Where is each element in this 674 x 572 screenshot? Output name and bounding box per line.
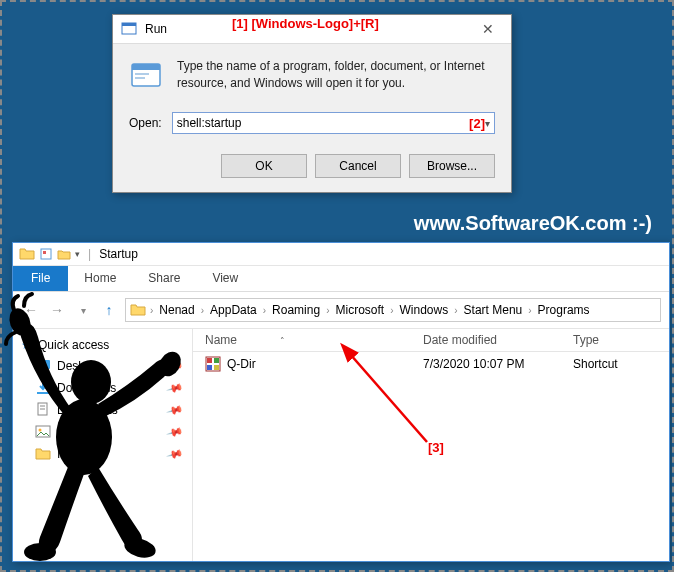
svg-rect-1 — [122, 23, 136, 26]
star-icon: ★ — [21, 338, 32, 352]
pin-icon: 📌 — [166, 423, 185, 441]
annotation-3: [3] — [428, 440, 444, 455]
nav-recent-chevron-icon[interactable]: ▾ — [73, 300, 93, 320]
svg-rect-8 — [36, 360, 50, 369]
tab-view[interactable]: View — [196, 266, 254, 291]
column-headers: Name ˄ Date modified Type — [193, 329, 669, 352]
folder-icon — [19, 246, 35, 262]
breadcrumb-item[interactable]: Windows — [396, 303, 453, 317]
file-row[interactable]: Q-Dir 7/3/2020 10:07 PM Shortcut — [193, 352, 669, 376]
sidebar-item-downloads[interactable]: Downloads 📌 — [13, 377, 192, 399]
col-header-type[interactable]: Type — [573, 333, 669, 347]
pictures-icon — [35, 424, 51, 440]
open-combobox[interactable]: [2] ▾ — [172, 112, 495, 134]
explorer-titlebar: ▾ | Startup — [13, 243, 669, 266]
breadcrumb-folder-icon — [130, 302, 146, 318]
svg-rect-7 — [43, 251, 46, 254]
breadcrumb-item[interactable]: Microsoft — [331, 303, 388, 317]
sidebar-label: Quick access — [38, 338, 109, 352]
svg-rect-9 — [40, 370, 46, 372]
desktop-icon — [35, 358, 51, 374]
svg-rect-5 — [135, 77, 145, 79]
explorer-window: ▾ | Startup File Home Share View ← → ▾ ↑… — [12, 242, 670, 562]
nav-forward-icon[interactable]: → — [47, 300, 67, 320]
tab-file[interactable]: File — [13, 266, 68, 291]
nav-up-icon[interactable]: ↑ — [99, 300, 119, 320]
sort-caret-icon: ˄ — [280, 336, 285, 346]
breadcrumb-item[interactable]: Nenad — [155, 303, 198, 317]
breadcrumb-sep: › — [150, 305, 153, 316]
breadcrumb-item[interactable]: AppData — [206, 303, 261, 317]
annotation-2: [2] — [469, 116, 485, 131]
watermark-text: www.SoftwareOK.com :-) — [414, 212, 652, 235]
pin-icon: 📌 — [166, 357, 185, 375]
sidebar-item-documents[interactable]: Documents 📌 — [13, 399, 192, 421]
run-description: Type the name of a program, folder, docu… — [177, 58, 495, 94]
open-input[interactable] — [177, 116, 461, 130]
tab-home[interactable]: Home — [68, 266, 132, 291]
open-label: Open: — [129, 116, 162, 130]
sidebar-item-label: ISE — [57, 447, 76, 461]
sidebar-item-desktop[interactable]: Desktop 📌 — [13, 355, 192, 377]
breadcrumb-item[interactable]: Programs — [534, 303, 594, 317]
nav-bar: ← → ▾ ↑ › Nenad› AppData› Roaming› Micro… — [13, 292, 669, 329]
sidebar-item-pictures[interactable]: Pictures 📌 — [13, 421, 192, 443]
qat-properties-icon[interactable] — [39, 247, 53, 261]
file-name: Q-Dir — [227, 357, 256, 371]
svg-rect-4 — [135, 73, 149, 75]
sidebar-quick-access[interactable]: ★ Quick access — [13, 335, 192, 355]
svg-point-15 — [39, 429, 42, 432]
sidebar-item-ise[interactable]: ISE 📌 — [13, 443, 192, 465]
sidebar-item-label: Downloads — [57, 381, 116, 395]
documents-icon — [35, 402, 51, 418]
chevron-down-icon[interactable]: ▾ — [485, 118, 490, 129]
sidebar: ★ Quick access Desktop 📌 Downloads 📌 Doc… — [13, 329, 193, 561]
qat-newfolder-icon[interactable] — [57, 247, 71, 261]
file-type: Shortcut — [573, 357, 669, 371]
col-header-name[interactable]: Name ˄ — [193, 333, 423, 347]
col-header-date[interactable]: Date modified — [423, 333, 573, 347]
breadcrumb-item[interactable]: Roaming — [268, 303, 324, 317]
sidebar-item-label: Pictures — [57, 425, 100, 439]
svg-rect-10 — [37, 392, 49, 394]
svg-rect-17 — [207, 358, 212, 363]
browse-button[interactable]: Browse... — [409, 154, 495, 178]
sidebar-item-label: Documents — [57, 403, 118, 417]
svg-rect-19 — [207, 365, 212, 370]
ok-button[interactable]: OK — [221, 154, 307, 178]
folder-icon — [35, 446, 51, 462]
svg-rect-18 — [214, 358, 219, 363]
svg-rect-20 — [214, 365, 219, 370]
file-date: 7/3/2020 10:07 PM — [423, 357, 573, 371]
close-icon[interactable]: ✕ — [473, 21, 503, 37]
sidebar-item-label: Desktop — [57, 359, 101, 373]
window-title: Startup — [99, 247, 138, 261]
shortcut-icon — [205, 356, 221, 372]
run-big-icon — [129, 58, 165, 94]
pin-icon: 📌 — [166, 401, 185, 419]
run-icon — [121, 21, 137, 37]
breadcrumb-item[interactable]: Start Menu — [460, 303, 527, 317]
downloads-icon — [35, 380, 51, 396]
breadcrumb[interactable]: › Nenad› AppData› Roaming› Microsoft› Wi… — [125, 298, 661, 322]
ribbon-tabs: File Home Share View — [13, 266, 669, 292]
cancel-button[interactable]: Cancel — [315, 154, 401, 178]
pin-icon: 📌 — [166, 379, 185, 397]
nav-back-icon[interactable]: ← — [21, 300, 41, 320]
run-dialog: Run ✕ Type the name of a program, folder… — [112, 14, 512, 193]
svg-rect-3 — [132, 64, 160, 70]
tab-share[interactable]: Share — [132, 266, 196, 291]
annotation-1: [1] [Windows-Logo]+[R] — [232, 16, 379, 31]
pin-icon: 📌 — [166, 445, 185, 463]
qat-chevron-icon[interactable]: ▾ — [75, 249, 80, 259]
